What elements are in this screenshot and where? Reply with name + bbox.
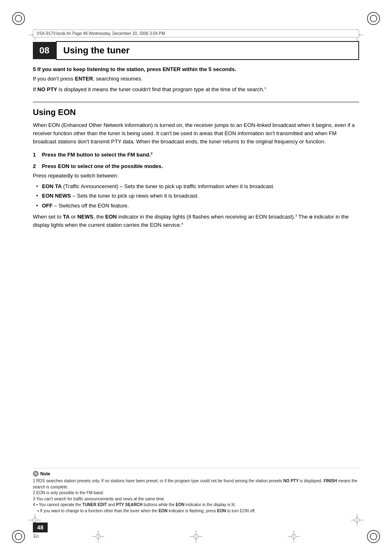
note-header: N Note [33,471,359,477]
eon-step1-heading: 1 Press the FM button to select the FM b… [33,151,359,159]
bottom-crosshair-2 [190,530,202,543]
eon-bullet-list: EON TA (Traffic Announcement) – Sets the… [36,182,359,210]
step5-heading: 5 If you want to keep listening to the s… [33,66,359,73]
bullet-eon-off: OFF – Switches off the EON feature. [36,202,359,210]
step5-body1: If you don't press ENTER, searching resu… [33,75,359,83]
chapter-header: 08 Using the tuner [33,41,359,60]
chapter-title: Using the tuner [56,41,359,60]
eon-step2-body: Press repeatedly to switch between: [33,172,359,180]
chapter-number: 08 [33,42,56,59]
page: VSX-917V.book.fm Page 48 Wednesday, Dece… [0,0,392,555]
eon-step2-heading: 2 Press EON to select one of the possibl… [33,163,359,170]
step5-section: 5 If you want to keep listening to the s… [33,66,359,93]
note-icon: N [33,471,39,477]
note-text-2: 2 EON is only possible in the FM band. [33,490,359,496]
bullet-eon-news: EON NEWS – Sets the tuner to pick up new… [36,192,359,200]
bullet-eon-ta: EON TA (Traffic Announcement) – Sets the… [36,182,359,191]
eon-closing1: When set to TA or NEWS, the EON indicato… [33,213,359,229]
section-divider [33,101,359,103]
note-text-3: 3 You can't search for traffic announcem… [33,496,359,502]
notes-area: N Note 1 RDS searches station presets on… [33,468,359,514]
bottom-crosshair-1 [92,530,104,543]
note-text-1: 1 RDS searches station presets only. If … [33,478,359,490]
file-info-bar: VSX-917V.book.fm Page 48 Wednesday, Dece… [33,30,359,37]
step5-body2: If NO PTY is displayed it means the tune… [33,85,359,94]
note-text-4: 4 • You cannot operate the TUNER EDIT an… [33,502,359,514]
note-label: Note [40,471,50,476]
file-info-text: VSX-917V.book.fm Page 48 Wednesday, Dece… [37,31,165,36]
bottom-crosshair-3 [288,530,300,543]
content-area: 5 If you want to keep listening to the s… [33,66,359,514]
using-eon-intro: When EON (Enhanced Other Network informa… [33,121,359,146]
using-eon-title: Using EON [33,108,359,117]
bottom-crosshairs [0,530,392,543]
